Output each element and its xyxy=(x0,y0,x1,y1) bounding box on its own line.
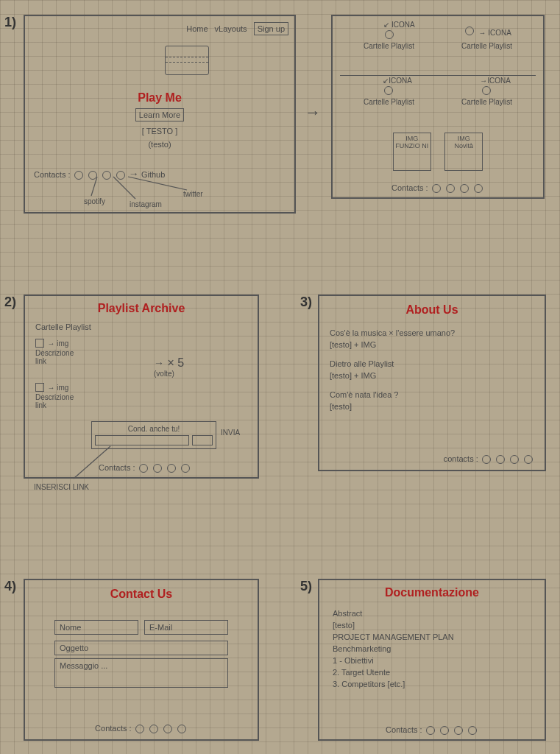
panel-number-3: 3) xyxy=(300,295,312,310)
nav-signup-button[interactable]: Sign up xyxy=(254,22,288,35)
nav-home[interactable]: Home xyxy=(186,24,208,33)
img-hint: → img xyxy=(47,339,68,348)
social-icon[interactable] xyxy=(139,464,148,473)
repeat-x5: × 5 xyxy=(167,356,184,369)
img-label: IMG xyxy=(395,135,429,142)
contacts-label: Contacts : xyxy=(34,170,71,179)
folder-playlist-label: Cartelle Playlist xyxy=(461,42,512,50)
contacts-label: Contacts : xyxy=(391,183,428,192)
wireframe-archive: Playlist Archive Cartelle Playlist → img… xyxy=(24,295,259,479)
messaggio-textarea[interactable]: Messaggio ... xyxy=(54,658,228,688)
social-icon[interactable] xyxy=(440,726,449,735)
wireframe-home-right: ↙ ICONA → ICONA Cartelle Playlist Cartel… xyxy=(331,15,545,199)
hero-testo-lower: (testo) xyxy=(25,140,294,149)
social-icon[interactable] xyxy=(432,184,441,193)
img-card-funzioni[interactable]: IMG FUNZIO NI xyxy=(393,133,431,171)
playlist-item-link[interactable]: link xyxy=(35,401,74,409)
social-icon[interactable] xyxy=(454,726,463,735)
doc-testo: [testo] xyxy=(333,620,537,632)
share-link-input[interactable] xyxy=(95,435,189,445)
email-input[interactable]: E-Mail xyxy=(144,620,228,635)
social-icon[interactable] xyxy=(524,455,533,464)
about-q3: Com'è nata l'idea ? xyxy=(330,390,537,399)
learn-more-button[interactable]: Learn More xyxy=(135,108,184,121)
doc-target: 2. Target Utente xyxy=(333,667,537,679)
social-spotify-icon[interactable] xyxy=(74,171,83,180)
img-card-novita[interactable]: IMG Novità xyxy=(444,133,483,171)
social-icon[interactable] xyxy=(482,455,491,464)
wireframe-home-left: Home vLayouts Sign up Play Me Learn More… xyxy=(24,15,296,214)
social-icon[interactable] xyxy=(177,725,186,733)
playlist-item-thumb[interactable] xyxy=(35,383,44,392)
social-icon[interactable] xyxy=(149,725,158,733)
social-icon[interactable] xyxy=(446,184,455,193)
share-submit-button[interactable] xyxy=(192,435,213,445)
social-icon[interactable] xyxy=(510,455,519,464)
social-icon[interactable] xyxy=(153,464,162,473)
connector-line xyxy=(74,446,132,483)
nome-input[interactable]: Nome xyxy=(54,620,138,635)
about-title: About Us xyxy=(319,303,545,317)
icona-label: ICONA xyxy=(389,77,412,85)
img-card-caption-funzioni: FUNZIO NI xyxy=(395,142,429,149)
social-icon[interactable] xyxy=(460,184,469,193)
folder-icon[interactable] xyxy=(385,30,394,39)
img-label: IMG xyxy=(447,135,481,142)
about-body3: [testo] xyxy=(330,402,537,411)
folder-playlist-label: Cartelle Playlist xyxy=(364,42,414,50)
hero-image-placeholder xyxy=(165,46,209,75)
oggetto-input[interactable]: Oggetto xyxy=(54,641,228,655)
social-icon[interactable] xyxy=(167,464,176,473)
panel-number-2: 2) xyxy=(4,295,16,310)
share-invia-label: INVIA xyxy=(221,429,240,437)
archive-title: Playlist Archive xyxy=(25,302,258,315)
folder-playlist-label: Cartelle Playlist xyxy=(364,98,414,106)
doc-benchmarking: Benchmarketing xyxy=(333,644,537,655)
folder-icon[interactable] xyxy=(465,27,474,35)
about-q1: Cos'è la musica × l'essere umano? xyxy=(330,328,537,337)
icona-label: ICONA xyxy=(391,21,415,29)
arrow-between-icon: → xyxy=(305,103,321,122)
social-icon[interactable] xyxy=(426,726,435,735)
playlist-item-link[interactable]: link xyxy=(35,357,74,365)
folder-playlist-label: Cartelle Playlist xyxy=(461,98,512,106)
social-icon[interactable] xyxy=(496,455,505,464)
social-icon[interactable] xyxy=(181,464,190,473)
contacts-label: Contacts : xyxy=(95,724,132,733)
doc-obiettivi: 1 - Obiettivi xyxy=(333,655,537,667)
social-icon[interactable] xyxy=(135,725,144,733)
contacts-label: contacts : xyxy=(444,454,478,463)
hero-title: Play Me xyxy=(25,91,294,105)
social-icon[interactable] xyxy=(474,184,483,193)
about-q2: Dietro alle Playlist xyxy=(330,359,537,368)
img-card-caption-novita: Novità xyxy=(447,142,481,149)
playlist-item-thumb[interactable] xyxy=(35,339,44,348)
nav-layouts[interactable]: vLayouts xyxy=(215,24,247,33)
doc-pmp: PROJECT MANAGEMENT PLAN xyxy=(333,632,537,644)
icona-label: ICONA xyxy=(487,77,511,85)
about-body2: [testo] + IMG xyxy=(330,371,537,380)
img-hint: → img xyxy=(47,384,68,392)
social-icon[interactable] xyxy=(163,725,172,733)
panel-number-4: 4) xyxy=(4,579,16,594)
share-title: Cond. anche tu! xyxy=(95,425,213,433)
contacts-label: Contacts : xyxy=(386,725,422,734)
wireframe-documentation: Documentazione Abstract [testo] PROJECT … xyxy=(318,579,546,741)
repeat-note: (volte) xyxy=(154,370,184,378)
connector-lines xyxy=(84,177,216,203)
playlist-item-desc: Descrizione xyxy=(35,349,74,357)
social-icon[interactable] xyxy=(468,726,477,735)
folder-icon[interactable] xyxy=(482,86,491,95)
icona-label: ICONA xyxy=(488,29,511,37)
doc-competitors: 3. Competitors [etc.] xyxy=(333,679,537,691)
card-playlist-label: Cartelle Playlist xyxy=(35,323,91,331)
contact-title: Contact Us xyxy=(25,588,258,601)
wireframe-contact: Contact Us Nome E-Mail Oggetto Messaggio… xyxy=(24,579,259,741)
doc-abstract: Abstract xyxy=(333,608,537,620)
panel-number-5: 5) xyxy=(300,579,312,594)
folder-icon[interactable] xyxy=(384,86,393,95)
hero-testo-upper: [ TESTO ] xyxy=(25,127,294,135)
share-insert-link-label: INSERISCI LINK xyxy=(34,483,89,491)
panel-number-1: 1) xyxy=(4,15,16,30)
about-body1: [testo] + IMG xyxy=(330,340,537,349)
